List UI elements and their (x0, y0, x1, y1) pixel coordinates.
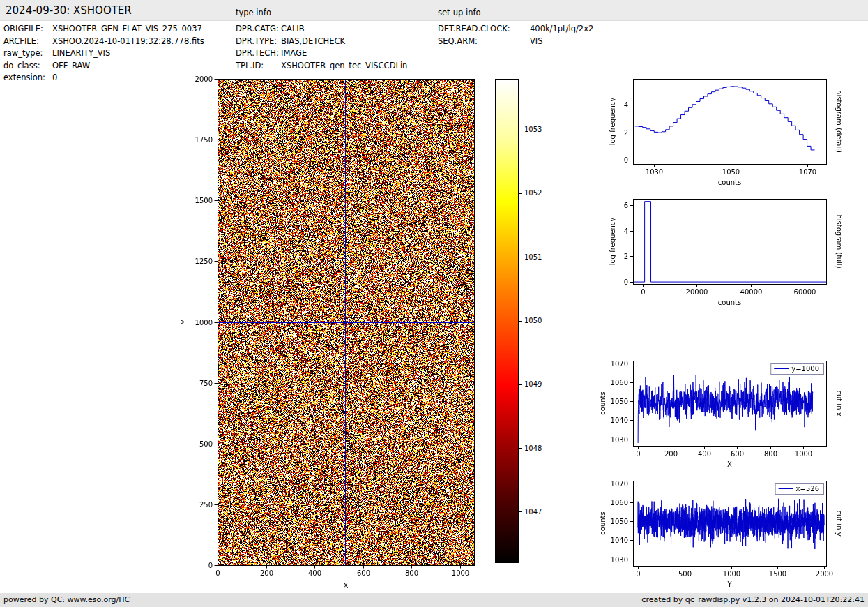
type-info-row: DPR.TECH:IMAGE (236, 47, 407, 60)
meta-label: do_class: (3, 60, 52, 73)
colorbar-tick-mark (519, 257, 522, 257)
footer-bar: powered by QC: www.eso.org/HC created by… (0, 593, 868, 607)
colorbar-tick-mark (519, 130, 522, 130)
colorbar-tick-mark (519, 193, 522, 194)
colorbar-tick-mark (519, 511, 522, 512)
header-bar: 2024-09-30: XSHOOTER type info set-up in… (0, 0, 868, 21)
meta-value: VIS (530, 36, 543, 46)
colorbar-tick-label: 1050 (524, 317, 542, 324)
meta-value: BIAS,DETCHECK (281, 36, 345, 46)
meta-value: IMAGE (281, 48, 307, 58)
meta-value: OFF_RAW (52, 61, 90, 70)
file-info-block: ORIGFILE:XSHOOTER_GEN_FLAT_VIS_275_0037 … (3, 23, 204, 84)
cut-in-y-plot (593, 472, 847, 592)
meta-value: XSHOOTER_GEN_FLAT_VIS_275_0037 (52, 24, 202, 33)
page-title: 2024-09-30: XSHOOTER (6, 4, 132, 17)
histogram-full-plot (593, 190, 847, 315)
meta-label: DPR.TYPE: (236, 36, 281, 48)
colorbar-tick-label: 1052 (524, 189, 542, 197)
cut-in-x-plot (593, 352, 847, 472)
setup-info-block: DET.READ.CLOCK:400k/1pt/lg/2x2 SEQ.ARM:V… (438, 23, 593, 47)
colorbar-tick-label: 1047 (524, 508, 542, 516)
footer-powered-by: powered by QC: www.eso.org/HC (3, 593, 130, 607)
meta-label: SEQ.ARM: (438, 36, 530, 48)
histogram-detail-plot (593, 70, 847, 195)
meta-value: 0 (52, 73, 57, 82)
meta-label: DET.READ.CLOCK: (438, 23, 530, 36)
colorbar (495, 79, 519, 563)
footer-created-by: created by qc_rawdisp.py v1.2.3 on 2024-… (641, 593, 865, 607)
colorbar-tick-label: 1053 (524, 126, 542, 133)
file-info-row: ARCFILE:XSHOO.2024-10-01T19:32:28.778.fi… (3, 36, 204, 48)
meta-label: ARCFILE: (3, 36, 52, 48)
meta-label: extension: (3, 72, 52, 84)
colorbar-tick-label: 1051 (524, 253, 542, 261)
colorbar-tick-mark (519, 321, 522, 322)
meta-value: LINEARITY_VIS (52, 48, 110, 58)
setup-info-row: DET.READ.CLOCK:400k/1pt/lg/2x2 (438, 23, 593, 36)
file-info-row: extension:0 (3, 72, 204, 84)
detector-image-plot (178, 66, 488, 593)
qc-rawdisp-report: 2024-09-30: XSHOOTER type info set-up in… (0, 0, 868, 607)
meta-label: DPR.CATG: (236, 23, 281, 36)
type-info-heading: type info (236, 8, 271, 17)
colorbar-tick-label: 1048 (524, 444, 542, 452)
colorbar-tick-label: 1049 (524, 380, 542, 388)
meta-label: raw_type: (3, 47, 52, 60)
colorbar-tick-mark (519, 448, 522, 449)
meta-label: ORIGFILE: (3, 23, 52, 36)
setup-info-heading: set-up info (438, 8, 481, 17)
meta-value: CALIB (281, 24, 305, 33)
setup-info-row: SEQ.ARM:VIS (438, 36, 593, 48)
meta-value: 400k/1pt/lg/2x2 (530, 24, 593, 33)
type-info-row: DPR.CATG:CALIB (236, 23, 407, 36)
file-info-row: ORIGFILE:XSHOOTER_GEN_FLAT_VIS_275_0037 (3, 23, 204, 36)
type-info-block: DPR.CATG:CALIB DPR.TYPE:BIAS,DETCHECK DP… (236, 23, 407, 72)
meta-label: DPR.TECH: (236, 47, 281, 60)
meta-value: XSHOO.2024-10-01T19:32:28.778.fits (52, 36, 204, 46)
colorbar-tick-mark (519, 384, 522, 385)
file-info-row: raw_type:LINEARITY_VIS (3, 47, 204, 60)
type-info-row: DPR.TYPE:BIAS,DETCHECK (236, 36, 407, 48)
file-info-row: do_class:OFF_RAW (3, 60, 204, 73)
